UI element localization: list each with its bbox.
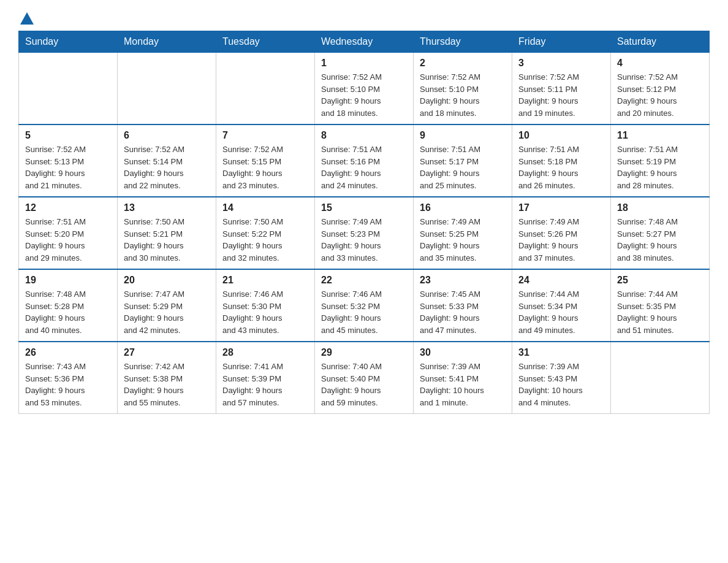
day-info: Sunrise: 7:49 AMSunset: 5:23 PMDaylight:… — [321, 216, 407, 264]
calendar-cell: 28Sunrise: 7:41 AMSunset: 5:39 PMDayligh… — [216, 342, 315, 414]
day-info: Sunrise: 7:52 AMSunset: 5:10 PMDaylight:… — [420, 71, 506, 119]
calendar-cell: 25Sunrise: 7:44 AMSunset: 5:35 PMDayligh… — [611, 269, 710, 342]
calendar-cell: 24Sunrise: 7:44 AMSunset: 5:34 PMDayligh… — [512, 269, 611, 342]
day-number: 28 — [222, 347, 308, 358]
calendar-cell — [611, 342, 710, 414]
day-number: 14 — [222, 202, 308, 213]
day-info: Sunrise: 7:41 AMSunset: 5:39 PMDaylight:… — [222, 361, 308, 408]
weekday-header-sunday: Sunday — [19, 31, 118, 53]
day-number: 17 — [518, 202, 604, 213]
calendar-cell: 13Sunrise: 7:50 AMSunset: 5:21 PMDayligh… — [118, 197, 216, 269]
calendar-table: SundayMondayTuesdayWednesdayThursdayFrid… — [18, 31, 710, 414]
day-info: Sunrise: 7:44 AMSunset: 5:34 PMDaylight:… — [518, 288, 604, 336]
calendar-cell — [19, 53, 118, 125]
day-info: Sunrise: 7:51 AMSunset: 5:20 PMDaylight:… — [25, 216, 111, 264]
calendar-cell: 31Sunrise: 7:39 AMSunset: 5:43 PMDayligh… — [512, 342, 611, 414]
day-info: Sunrise: 7:51 AMSunset: 5:18 PMDaylight:… — [518, 144, 604, 191]
day-number: 4 — [617, 58, 703, 69]
calendar-cell: 10Sunrise: 7:51 AMSunset: 5:18 PMDayligh… — [512, 124, 611, 197]
weekday-header-thursday: Thursday — [414, 31, 512, 53]
calendar-cell: 2Sunrise: 7:52 AMSunset: 5:10 PMDaylight… — [414, 53, 512, 125]
day-info: Sunrise: 7:51 AMSunset: 5:17 PMDaylight:… — [420, 144, 506, 191]
day-number: 13 — [124, 202, 210, 213]
calendar-cell: 20Sunrise: 7:47 AMSunset: 5:29 PMDayligh… — [118, 269, 216, 342]
day-info: Sunrise: 7:39 AMSunset: 5:43 PMDaylight:… — [518, 361, 604, 408]
day-number: 20 — [124, 275, 210, 286]
calendar-cell: 11Sunrise: 7:51 AMSunset: 5:19 PMDayligh… — [611, 124, 710, 197]
calendar-cell: 30Sunrise: 7:39 AMSunset: 5:41 PMDayligh… — [414, 342, 512, 414]
weekday-header-row: SundayMondayTuesdayWednesdayThursdayFrid… — [19, 31, 710, 53]
day-number: 5 — [25, 130, 111, 141]
calendar-cell: 4Sunrise: 7:52 AMSunset: 5:12 PMDaylight… — [611, 53, 710, 125]
calendar-cell: 22Sunrise: 7:46 AMSunset: 5:32 PMDayligh… — [315, 269, 414, 342]
calendar-cell: 23Sunrise: 7:45 AMSunset: 5:33 PMDayligh… — [414, 269, 512, 342]
day-info: Sunrise: 7:45 AMSunset: 5:33 PMDaylight:… — [420, 288, 506, 336]
week-row-5: 26Sunrise: 7:43 AMSunset: 5:36 PMDayligh… — [19, 342, 710, 414]
day-number: 10 — [518, 130, 604, 141]
day-info: Sunrise: 7:46 AMSunset: 5:32 PMDaylight:… — [321, 288, 407, 336]
day-number: 23 — [420, 275, 506, 286]
calendar-cell — [216, 53, 315, 125]
day-number: 31 — [518, 347, 604, 358]
day-number: 29 — [321, 347, 407, 358]
day-number: 12 — [25, 202, 111, 213]
day-info: Sunrise: 7:50 AMSunset: 5:22 PMDaylight:… — [222, 216, 308, 264]
calendar-cell: 21Sunrise: 7:46 AMSunset: 5:30 PMDayligh… — [216, 269, 315, 342]
calendar-cell: 8Sunrise: 7:51 AMSunset: 5:16 PMDaylight… — [315, 124, 414, 197]
calendar-cell: 15Sunrise: 7:49 AMSunset: 5:23 PMDayligh… — [315, 197, 414, 269]
day-info: Sunrise: 7:46 AMSunset: 5:30 PMDaylight:… — [222, 288, 308, 336]
weekday-header-tuesday: Tuesday — [216, 31, 315, 53]
day-number: 7 — [222, 130, 308, 141]
day-number: 30 — [420, 347, 506, 358]
calendar-cell: 27Sunrise: 7:42 AMSunset: 5:38 PMDayligh… — [118, 342, 216, 414]
day-number: 15 — [321, 202, 407, 213]
day-info: Sunrise: 7:39 AMSunset: 5:41 PMDaylight:… — [420, 361, 506, 408]
day-number: 24 — [518, 275, 604, 286]
week-row-4: 19Sunrise: 7:48 AMSunset: 5:28 PMDayligh… — [19, 269, 710, 342]
day-info: Sunrise: 7:42 AMSunset: 5:38 PMDaylight:… — [124, 361, 210, 408]
day-number: 1 — [321, 58, 407, 69]
week-row-3: 12Sunrise: 7:51 AMSunset: 5:20 PMDayligh… — [19, 197, 710, 269]
calendar-cell: 19Sunrise: 7:48 AMSunset: 5:28 PMDayligh… — [19, 269, 118, 342]
page-header — [18, 12, 710, 25]
day-info: Sunrise: 7:48 AMSunset: 5:27 PMDaylight:… — [617, 216, 703, 264]
day-info: Sunrise: 7:47 AMSunset: 5:29 PMDaylight:… — [124, 288, 210, 336]
calendar-cell: 5Sunrise: 7:52 AMSunset: 5:13 PMDaylight… — [19, 124, 118, 197]
day-number: 8 — [321, 130, 407, 141]
weekday-header-monday: Monday — [118, 31, 216, 53]
day-info: Sunrise: 7:52 AMSunset: 5:14 PMDaylight:… — [124, 144, 210, 191]
calendar-cell: 12Sunrise: 7:51 AMSunset: 5:20 PMDayligh… — [19, 197, 118, 269]
day-info: Sunrise: 7:40 AMSunset: 5:40 PMDaylight:… — [321, 361, 407, 408]
calendar-cell: 18Sunrise: 7:48 AMSunset: 5:27 PMDayligh… — [611, 197, 710, 269]
calendar-cell: 3Sunrise: 7:52 AMSunset: 5:11 PMDaylight… — [512, 53, 611, 125]
day-number: 21 — [222, 275, 308, 286]
day-info: Sunrise: 7:51 AMSunset: 5:16 PMDaylight:… — [321, 144, 407, 191]
day-number: 19 — [25, 275, 111, 286]
calendar-cell: 6Sunrise: 7:52 AMSunset: 5:14 PMDaylight… — [118, 124, 216, 197]
day-info: Sunrise: 7:52 AMSunset: 5:13 PMDaylight:… — [25, 144, 111, 191]
calendar-cell: 14Sunrise: 7:50 AMSunset: 5:22 PMDayligh… — [216, 197, 315, 269]
day-number: 26 — [25, 347, 111, 358]
calendar-cell: 1Sunrise: 7:52 AMSunset: 5:10 PMDaylight… — [315, 53, 414, 125]
calendar-cell: 16Sunrise: 7:49 AMSunset: 5:25 PMDayligh… — [414, 197, 512, 269]
day-info: Sunrise: 7:49 AMSunset: 5:25 PMDaylight:… — [420, 216, 506, 264]
calendar-cell: 7Sunrise: 7:52 AMSunset: 5:15 PMDaylight… — [216, 124, 315, 197]
svg-marker-0 — [20, 12, 34, 25]
day-number: 25 — [617, 275, 703, 286]
day-info: Sunrise: 7:48 AMSunset: 5:28 PMDaylight:… — [25, 288, 111, 336]
day-info: Sunrise: 7:52 AMSunset: 5:12 PMDaylight:… — [617, 71, 703, 119]
weekday-header-saturday: Saturday — [611, 31, 710, 53]
weekday-header-wednesday: Wednesday — [315, 31, 414, 53]
week-row-2: 5Sunrise: 7:52 AMSunset: 5:13 PMDaylight… — [19, 124, 710, 197]
day-info: Sunrise: 7:50 AMSunset: 5:21 PMDaylight:… — [124, 216, 210, 264]
day-info: Sunrise: 7:52 AMSunset: 5:10 PMDaylight:… — [321, 71, 407, 119]
logo-triangle-icon — [20, 12, 34, 25]
day-number: 6 — [124, 130, 210, 141]
calendar-cell — [118, 53, 216, 125]
day-info: Sunrise: 7:43 AMSunset: 5:36 PMDaylight:… — [25, 361, 111, 408]
day-info: Sunrise: 7:52 AMSunset: 5:11 PMDaylight:… — [518, 71, 604, 119]
day-info: Sunrise: 7:52 AMSunset: 5:15 PMDaylight:… — [222, 144, 308, 191]
day-number: 11 — [617, 130, 703, 141]
weekday-header-friday: Friday — [512, 31, 611, 53]
calendar-cell: 9Sunrise: 7:51 AMSunset: 5:17 PMDaylight… — [414, 124, 512, 197]
